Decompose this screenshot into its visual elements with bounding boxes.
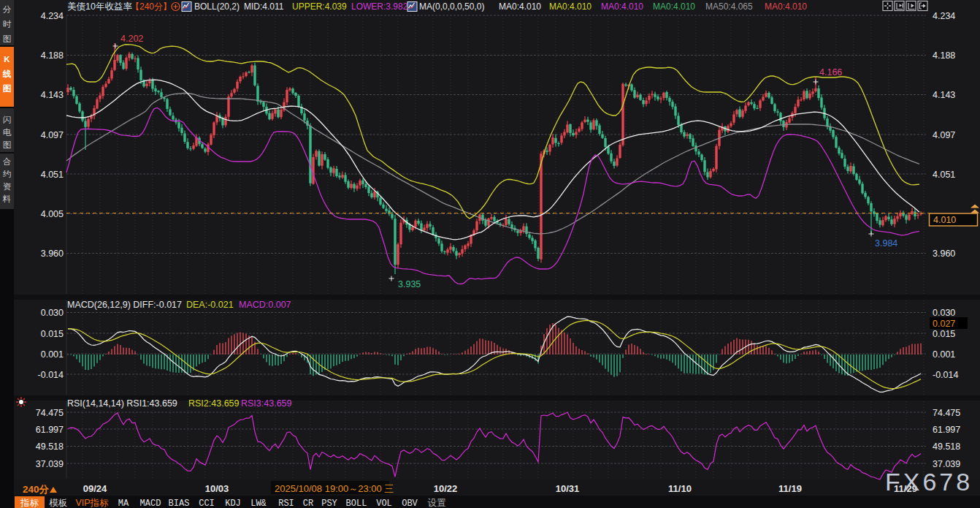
svg-text:UPPER:4.039: UPPER:4.039 (292, 1, 347, 12)
svg-text:OBV: OBV (402, 498, 418, 508)
svg-text:4.188: 4.188 (933, 50, 955, 61)
svg-text:CCI: CCI (199, 498, 215, 508)
svg-text:MACD: MACD (140, 498, 161, 508)
svg-text:74.475: 74.475 (933, 408, 960, 418)
svg-text:4.010: 4.010 (933, 215, 956, 225)
svg-text:VOL: VOL (376, 498, 392, 508)
svg-text:MA(0,0,0,0,50,0): MA(0,0,0,0,50,0) (419, 1, 484, 12)
svg-text:VIP指标: VIP指标 (75, 498, 109, 508)
svg-text:MID:4.011: MID:4.011 (244, 1, 284, 12)
svg-text:BOLL(20,2): BOLL(20,2) (194, 1, 240, 12)
svg-text:-0.014: -0.014 (38, 370, 64, 380)
svg-text:3.984: 3.984 (875, 238, 897, 249)
svg-text:37.039: 37.039 (36, 459, 64, 469)
svg-text:3.960: 3.960 (41, 249, 64, 259)
svg-text:KDJ: KDJ (225, 498, 241, 508)
svg-text:MA0:4.010: MA0:4.010 (499, 1, 541, 12)
svg-text:MA0:4.010: MA0:4.010 (653, 1, 695, 12)
svg-text:4.051: 4.051 (933, 170, 955, 180)
svg-text:MA50:4.065: MA50:4.065 (705, 1, 753, 12)
svg-text:4.051: 4.051 (41, 170, 64, 180)
svg-text:4.005: 4.005 (41, 209, 64, 219)
svg-text:RSI3:43.659: RSI3:43.659 (241, 398, 292, 409)
svg-text:RSI: RSI (278, 498, 294, 508)
svg-text:设置: 设置 (428, 498, 447, 508)
svg-text:4.097: 4.097 (41, 130, 64, 140)
svg-text:4.202: 4.202 (120, 34, 143, 44)
svg-text:49.518: 49.518 (36, 441, 64, 452)
svg-text:0.030: 0.030 (41, 308, 64, 318)
svg-text:2025/10/08 19:00～23:00 三: 2025/10/08 19:00～23:00 三 (275, 483, 394, 494)
svg-text:0.015: 0.015 (933, 329, 955, 339)
svg-text:【240分】: 【240分】 (131, 1, 172, 12)
svg-text:3.960: 3.960 (933, 249, 955, 259)
svg-text:0.001: 0.001 (933, 349, 955, 360)
svg-text:0.001: 0.001 (41, 349, 64, 360)
svg-text:4.166: 4.166 (819, 67, 842, 77)
svg-text:MA0:4.010: MA0:4.010 (601, 1, 643, 12)
svg-text:-0.014: -0.014 (933, 370, 958, 380)
svg-text:RSI2:43.659: RSI2:43.659 (188, 398, 240, 409)
svg-text:MA: MA (118, 498, 129, 508)
svg-text:4.143: 4.143 (933, 90, 955, 100)
svg-text:10/22: 10/22 (434, 483, 458, 494)
svg-text:4.234: 4.234 (41, 11, 64, 21)
svg-text:11/19: 11/19 (778, 483, 802, 494)
svg-text:3.935: 3.935 (398, 279, 421, 289)
svg-text:49.518: 49.518 (933, 441, 960, 452)
svg-text:MA0:4.010: MA0:4.010 (549, 1, 592, 12)
svg-text:MACD(26,12,9) DIFF:-0.017: MACD(26,12,9) DIFF:-0.017 (67, 300, 182, 310)
svg-text:74.475: 74.475 (36, 408, 64, 418)
svg-text:CR: CR (303, 498, 313, 508)
svg-text:RSI(14,14,14) RSI1:43.659: RSI(14,14,14) RSI1:43.659 (67, 398, 177, 409)
svg-text:MA0:4.010: MA0:4.010 (765, 1, 807, 12)
svg-text:4.097: 4.097 (933, 130, 955, 140)
svg-text:MACD:0.007: MACD:0.007 (239, 300, 291, 310)
svg-text:240分: 240分 (23, 484, 50, 495)
svg-text:FX678: FX678 (885, 468, 973, 496)
svg-text:10/03: 10/03 (205, 483, 229, 494)
svg-text:61.997: 61.997 (36, 425, 64, 435)
svg-text:PSY: PSY (321, 498, 337, 508)
svg-text:61.997: 61.997 (933, 425, 960, 435)
svg-text:09/24: 09/24 (83, 483, 107, 494)
svg-text:10/31: 10/31 (556, 483, 580, 494)
svg-text:模板: 模板 (49, 498, 68, 508)
svg-text:美债10年收益率: 美债10年收益率 (67, 1, 132, 12)
svg-text:0.030: 0.030 (933, 308, 955, 318)
svg-text:4.234: 4.234 (933, 11, 955, 21)
svg-text:0.027: 0.027 (933, 319, 955, 329)
svg-text:指标: 指标 (20, 498, 39, 508)
svg-text:4.188: 4.188 (41, 50, 64, 61)
svg-text:LW&: LW& (250, 498, 267, 508)
svg-text:LOWER:3.982: LOWER:3.982 (351, 1, 408, 12)
svg-text:11/10: 11/10 (668, 483, 692, 494)
svg-text:4.143: 4.143 (41, 90, 64, 100)
svg-text:BOLL: BOLL (346, 498, 367, 508)
svg-text:DEA:-0.021: DEA:-0.021 (186, 300, 234, 310)
svg-text:BIAS: BIAS (169, 498, 190, 508)
svg-text:0.015: 0.015 (41, 329, 64, 339)
